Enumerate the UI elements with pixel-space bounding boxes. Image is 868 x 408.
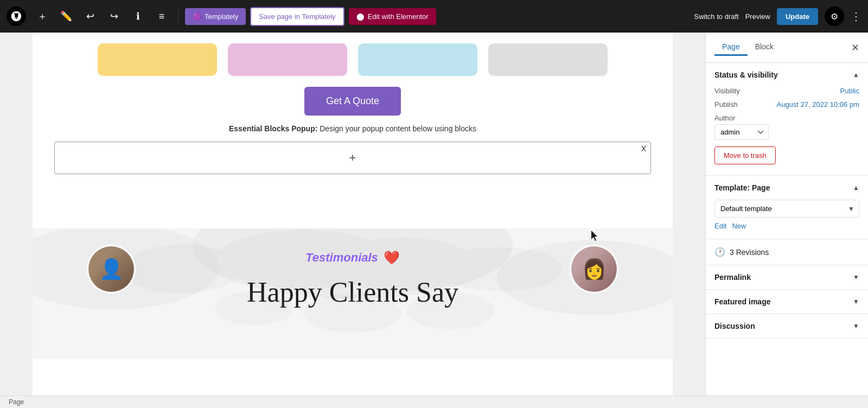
publish-row: Publish August 27, 2022 10:06 pm xyxy=(714,100,859,109)
template-chevron-up-icon: ▲ xyxy=(853,184,859,192)
move-trash-button[interactable]: Move to trash xyxy=(714,146,776,164)
list-view-button[interactable]: ≡ xyxy=(152,7,171,26)
toolbar-separator xyxy=(178,9,178,24)
popup-notice: Essential Blocks Popup: Design your popu… xyxy=(33,124,673,133)
tools-button[interactable]: ✏️ xyxy=(56,7,76,26)
editor-area[interactable]: Get A Quote Essential Blocks Popup: Desi… xyxy=(0,33,705,396)
save-templately-button[interactable]: Save page in Templately xyxy=(250,7,344,26)
close-icon: ✕ xyxy=(851,42,859,53)
discussion-chevron-down-icon: ▼ xyxy=(853,322,859,330)
permalink-title: Permalink xyxy=(714,273,751,282)
heart-icon: ❤️ xyxy=(384,250,400,265)
revisions-row[interactable]: 🕐 3 Revisions xyxy=(706,239,868,265)
sidebar-header: Page Block ✕ xyxy=(706,33,868,63)
template-select-wrapper: Default template ▼ xyxy=(714,200,859,218)
popup-notice-text: Design your popup content below using bl… xyxy=(320,124,476,133)
gear-icon: ⚙ xyxy=(831,11,838,22)
main-layout: Get A Quote Essential Blocks Popup: Desi… xyxy=(0,33,868,396)
featured-image-section: Featured image ▼ xyxy=(706,290,868,314)
publish-value[interactable]: August 27, 2022 10:06 pm xyxy=(776,100,859,109)
add-block-icon[interactable]: + xyxy=(349,151,356,165)
wp-logo[interactable] xyxy=(7,7,26,26)
testimonials-section: 👤 👩 Testimonials ❤️ Happy Clients Say xyxy=(33,228,673,359)
template-edit-link[interactable]: Edit xyxy=(714,222,726,230)
templately-label: Templately xyxy=(205,12,238,21)
discussion-title: Discussion xyxy=(714,322,755,330)
template-links: Edit New xyxy=(714,222,859,230)
testimonials-header: Testimonials ❤️ xyxy=(305,250,400,265)
yellow-block xyxy=(98,43,217,76)
more-options-button[interactable]: ⋮ xyxy=(851,10,861,23)
toolbar: ＋ ✏️ ↩ ↪ ℹ ≡ 🟣 Templately Save page in T… xyxy=(0,0,868,33)
author-row: Author admin xyxy=(714,114,859,140)
canvas-blocks-row xyxy=(33,33,673,87)
author-label: Author xyxy=(714,114,859,122)
update-button[interactable]: Update xyxy=(777,8,818,25)
template-section-title: Template: Page xyxy=(714,183,770,192)
get-quote-button[interactable]: Get A Quote xyxy=(304,87,401,116)
revisions-label: 3 Revisions xyxy=(730,248,769,257)
status-bar: Page xyxy=(0,396,868,408)
publish-label: Publish xyxy=(714,100,738,109)
sidebar-close-button[interactable]: ✕ xyxy=(851,42,859,54)
popup-block[interactable]: X + xyxy=(54,142,651,174)
switch-draft-button[interactable]: Switch to draft xyxy=(694,12,738,21)
discussion-section-header[interactable]: Discussion ▼ xyxy=(706,314,868,338)
template-new-link[interactable]: New xyxy=(732,222,746,230)
avatar-left: 👤 xyxy=(87,245,136,294)
template-section-content: Default template ▼ Edit New xyxy=(706,200,868,239)
elementor-label: Edit with Elementor xyxy=(368,12,429,21)
status-visibility-content: Visibility Public Publish August 27, 202… xyxy=(706,87,868,175)
templately-icon: 🟣 xyxy=(193,12,201,21)
author-select[interactable]: admin xyxy=(714,124,769,140)
close-icon[interactable]: X xyxy=(641,144,646,153)
status-bar-text: Page xyxy=(9,398,24,406)
save-templately-label: Save page in Templately xyxy=(259,12,335,21)
move-trash-label: Move to trash xyxy=(724,151,767,160)
empty-space xyxy=(33,185,673,228)
template-section: Template: Page ▲ Default template ▼ Edit… xyxy=(706,176,868,239)
revisions-clock-icon: 🕐 xyxy=(714,247,725,257)
featured-image-header[interactable]: Featured image ▼ xyxy=(706,290,868,314)
visibility-value[interactable]: Public xyxy=(840,87,859,95)
happy-clients-title: Happy Clients Say xyxy=(247,276,458,308)
sidebar-tabs: Page Block xyxy=(714,39,851,56)
elementor-button[interactable]: ⬤ Edit with Elementor xyxy=(349,8,436,25)
chevron-up-icon: ▲ xyxy=(853,71,859,79)
cyan-block xyxy=(358,43,477,76)
permalink-chevron-down-icon: ▼ xyxy=(853,273,859,281)
add-block-button[interactable]: ＋ xyxy=(33,7,52,26)
tab-page[interactable]: Page xyxy=(714,39,748,56)
update-label: Update xyxy=(786,12,809,21)
info-button[interactable]: ℹ xyxy=(128,7,148,26)
tab-page-label: Page xyxy=(722,42,740,51)
permalink-section-header[interactable]: Permalink ▼ xyxy=(706,265,868,289)
permalink-section: Permalink ▼ xyxy=(706,265,868,290)
templately-button[interactable]: 🟣 Templately xyxy=(185,8,246,25)
preview-button[interactable]: Preview xyxy=(745,12,770,21)
ellipsis-icon: ⋮ xyxy=(851,10,861,22)
tab-block[interactable]: Block xyxy=(748,39,781,56)
preview-label: Preview xyxy=(745,12,770,21)
sidebar: Page Block ✕ Status & visibility ▲ Visib… xyxy=(705,33,868,396)
template-section-header[interactable]: Template: Page ▲ xyxy=(706,176,868,200)
visibility-label: Visibility xyxy=(714,87,740,95)
toolbar-right: Switch to draft Preview Update ⚙ ⋮ xyxy=(694,7,861,26)
popup-notice-bold: Essential Blocks Popup: xyxy=(229,124,317,133)
featured-image-chevron-down-icon: ▼ xyxy=(853,298,859,305)
status-visibility-header[interactable]: Status & visibility ▲ xyxy=(706,63,868,87)
undo-button[interactable]: ↩ xyxy=(80,7,100,26)
avatar-right: 👩 xyxy=(570,245,618,294)
get-quote-label: Get A Quote xyxy=(326,95,379,106)
featured-image-title: Featured image xyxy=(714,297,770,306)
visibility-row: Visibility Public xyxy=(714,87,859,95)
settings-button[interactable]: ⚙ xyxy=(825,7,844,26)
testimonials-title: Testimonials xyxy=(305,251,378,265)
tab-block-label: Block xyxy=(755,42,774,51)
avatar-person-left: 👤 xyxy=(88,246,134,292)
discussion-section: Discussion ▼ xyxy=(706,314,868,339)
status-visibility-title: Status & visibility xyxy=(714,71,778,79)
template-select[interactable]: Default template xyxy=(715,200,859,217)
gray-block xyxy=(488,43,608,76)
redo-button[interactable]: ↪ xyxy=(104,7,124,26)
